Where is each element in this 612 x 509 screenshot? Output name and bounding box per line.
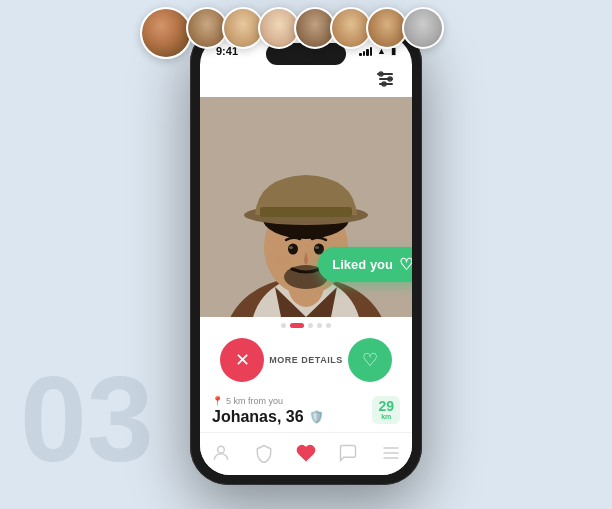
more-details-label[interactable]: MORE DETAILS [269, 355, 342, 365]
liked-you-text: Liked you [332, 257, 393, 272]
verified-icon: 🛡️ [309, 410, 324, 424]
dislike-button[interactable]: ✕ [220, 338, 264, 382]
dot-4 [317, 323, 322, 328]
name-row: Johanas, 36 🛡️ [212, 408, 324, 426]
dot-1 [281, 323, 286, 328]
age-badge: 29 km [372, 396, 400, 424]
profile-name: Johanas, 36 [212, 408, 304, 426]
phone: 9:41 ▲ ▮ [190, 25, 422, 485]
like-button[interactable]: ♡ [348, 338, 392, 382]
svg-point-20 [274, 255, 290, 265]
nav-menu-icon[interactable] [379, 441, 403, 465]
nav-profile-icon[interactable] [209, 441, 233, 465]
phone-screen: 9:41 ▲ ▮ [200, 35, 412, 475]
dot-2 [290, 323, 304, 328]
top-bar [200, 63, 412, 97]
dot-5 [326, 323, 331, 328]
age-number: 29 [378, 399, 394, 413]
background-number: 03 [20, 359, 153, 479]
profile-image[interactable]: Liked you ♡ [200, 97, 412, 317]
svg-point-22 [218, 446, 225, 453]
dots-row [200, 317, 412, 332]
profile-info: 📍 5 km from you Johanas, 36 🛡️ 29 km [200, 388, 412, 432]
svg-point-18 [315, 246, 319, 249]
scene: 9:41 ▲ ▮ [190, 25, 422, 485]
svg-point-17 [289, 246, 293, 249]
avatar-main[interactable] [140, 7, 192, 59]
location-row: 📍 5 km from you [212, 396, 324, 406]
filter-icon[interactable] [372, 65, 400, 93]
nav-chat-icon[interactable] [336, 441, 360, 465]
location-pin-icon: 📍 [212, 396, 223, 406]
avatar-strip [140, 7, 444, 59]
svg-rect-0 [379, 73, 393, 75]
bottom-nav [200, 432, 412, 475]
dot-3 [308, 323, 313, 328]
nav-shield-icon[interactable] [252, 441, 276, 465]
nav-heart-icon[interactable] [294, 441, 318, 465]
svg-point-15 [288, 243, 298, 254]
svg-rect-3 [379, 78, 393, 80]
heart-icon: ♡ [399, 255, 412, 274]
action-row: ✕ MORE DETAILS ♡ [200, 332, 412, 388]
avatar-8[interactable] [402, 7, 444, 49]
location-text: 5 km from you [226, 396, 283, 406]
age-label: km [378, 413, 394, 421]
profile-details: 📍 5 km from you Johanas, 36 🛡️ [212, 396, 324, 426]
liked-you-badge: Liked you ♡ [318, 247, 412, 282]
svg-rect-14 [260, 207, 352, 217]
